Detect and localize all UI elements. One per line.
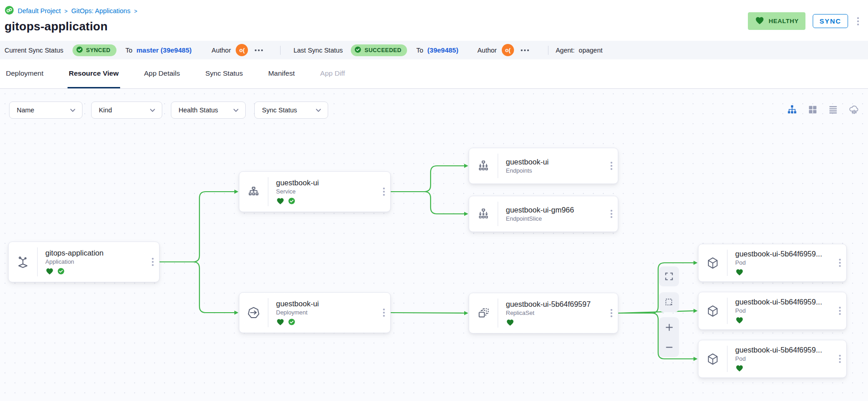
to-label: To xyxy=(416,47,423,54)
node-kind: EndpointSlice xyxy=(506,215,602,222)
to-label: To xyxy=(126,47,132,54)
check-circle-icon xyxy=(354,46,361,54)
grid-view-button[interactable] xyxy=(808,105,818,115)
last-sync-more-icon[interactable] xyxy=(521,49,529,51)
breadcrumb-applications-link[interactable]: GitOps: Applications xyxy=(71,7,131,14)
health-heart-icon xyxy=(735,316,744,324)
node-kind: Pod xyxy=(735,307,831,314)
health-heart-icon xyxy=(735,364,744,372)
sync-button[interactable]: SYNC xyxy=(813,14,848,28)
filter-sync-status[interactable]: Sync Status xyxy=(254,101,328,119)
node-more-icon[interactable] xyxy=(839,355,841,363)
resource-node-application[interactable]: gitops-application Application xyxy=(8,242,160,282)
chevron-down-icon xyxy=(70,108,76,112)
resource-node-endpointslice[interactable]: guestbook-ui-gm966 EndpointSlice xyxy=(469,196,618,232)
chevron-down-icon xyxy=(233,108,239,112)
filter-health-status[interactable]: Health Status xyxy=(171,101,246,119)
health-heart-icon xyxy=(735,268,744,276)
node-title: guestbook-ui-5b64f6959... xyxy=(735,250,831,258)
resource-node-pod[interactable]: guestbook-ui-5b64f6959... Pod xyxy=(698,244,847,282)
node-title: guestbook-ui-5b64f69597 xyxy=(506,300,602,309)
resource-node-pod[interactable]: guestbook-ui-5b64f6959... Pod xyxy=(698,292,847,330)
tab-manifest[interactable]: Manifest xyxy=(267,59,296,88)
divider xyxy=(548,46,548,55)
filter-name[interactable]: Name xyxy=(9,101,82,119)
current-sync-status-label: Current Sync Status xyxy=(5,47,63,54)
node-title: guestbook-ui-5b64f6959... xyxy=(735,346,831,354)
tab-deployment[interactable]: Deployment xyxy=(5,59,45,88)
cloud-view-icon xyxy=(849,104,860,115)
node-title: guestbook-ui xyxy=(506,158,602,166)
synced-badge-label: SYNCED xyxy=(86,47,111,53)
author-label: Author xyxy=(212,47,231,54)
node-more-icon[interactable] xyxy=(152,258,154,266)
sync-status-bar: Current Sync Status SYNCED To master (39… xyxy=(0,41,868,59)
pod-icon xyxy=(706,353,719,366)
node-more-icon[interactable] xyxy=(611,210,612,218)
chevron-down-icon xyxy=(315,108,321,112)
endpoints-icon xyxy=(477,159,490,173)
filter-kind[interactable]: Kind xyxy=(91,101,162,119)
page-header: Default Project > GitOps: Applications >… xyxy=(0,0,868,41)
resource-node-replicaset[interactable]: guestbook-ui-5b64f69597 ReplicaSet xyxy=(469,293,618,333)
tab-resource-view[interactable]: Resource View xyxy=(68,59,120,88)
node-more-icon[interactable] xyxy=(839,259,841,267)
fullscreen-button[interactable] xyxy=(659,266,679,286)
resource-node-deployment[interactable]: guestbook-ui Deployment xyxy=(239,292,391,333)
current-sync-more-icon[interactable] xyxy=(255,49,263,51)
succeeded-badge: SUCCEEDED xyxy=(351,44,407,56)
filter-label: Health Status xyxy=(179,106,218,114)
node-title: guestbook-ui xyxy=(276,300,375,308)
author-avatar[interactable]: o( xyxy=(236,44,248,56)
chevron-down-icon xyxy=(150,108,155,112)
node-more-icon[interactable] xyxy=(383,188,385,196)
filter-label: Name xyxy=(17,106,34,114)
tab-app-diff: App Diff xyxy=(319,59,346,88)
sync-check-icon xyxy=(288,197,296,205)
health-heart-icon xyxy=(45,267,54,275)
breadcrumb: Default Project > GitOps: Applications > xyxy=(5,5,862,16)
node-kind: Endpoints xyxy=(506,167,602,174)
tree-view-button[interactable] xyxy=(787,104,797,115)
tab-bar: DeploymentResource ViewApp DetailsSync S… xyxy=(0,59,868,89)
last-revision-link[interactable]: (39e9485) xyxy=(427,46,458,54)
list-view-button[interactable] xyxy=(828,105,838,115)
resource-node-endpoints[interactable]: guestbook-ui Endpoints xyxy=(469,148,618,184)
breadcrumb-project-link[interactable]: Default Project xyxy=(18,7,61,14)
zoom-control-group xyxy=(659,317,679,357)
last-sync-status-label: Last Sync Status xyxy=(293,47,343,54)
breadcrumb-separator: > xyxy=(134,8,137,14)
author-avatar[interactable]: o( xyxy=(502,44,514,56)
grid-view-icon xyxy=(808,105,818,115)
zoom-out-button[interactable] xyxy=(664,342,675,353)
current-revision-link[interactable]: master (39e9485) xyxy=(136,46,192,54)
gitops-logo-icon xyxy=(5,5,14,16)
node-more-icon[interactable] xyxy=(383,309,385,317)
resource-graph-canvas[interactable]: Name Kind Health Status Sync Status gito… xyxy=(0,89,868,401)
node-kind: Application xyxy=(45,258,144,265)
breadcrumb-separator: > xyxy=(64,8,68,14)
tab-sync-status[interactable]: Sync Status xyxy=(204,59,244,88)
tab-app-details[interactable]: App Details xyxy=(143,59,181,88)
resource-node-pod[interactable]: guestbook-ui-5b64f6959... Pod xyxy=(698,340,847,378)
sync-check-icon xyxy=(57,267,65,275)
node-kind: ReplicaSet xyxy=(506,309,602,316)
node-more-icon[interactable] xyxy=(611,309,612,317)
health-status-badge: HEALTHY xyxy=(748,12,805,30)
succeeded-badge-label: SUCCEEDED xyxy=(364,47,401,53)
filter-label: Kind xyxy=(99,106,112,114)
node-more-icon[interactable] xyxy=(611,162,612,170)
node-more-icon[interactable] xyxy=(839,307,841,315)
cloud-view-button[interactable] xyxy=(849,104,860,115)
pod-icon xyxy=(706,256,719,270)
zoom-in-button[interactable] xyxy=(664,322,675,333)
selection-mode-button[interactable] xyxy=(659,292,679,312)
header-more-icon[interactable] xyxy=(855,15,861,27)
filter-bar: Name Kind Health Status Sync Status xyxy=(9,101,328,119)
heart-icon xyxy=(755,15,765,27)
filter-label: Sync Status xyxy=(262,106,297,114)
node-kind: Pod xyxy=(735,259,831,266)
resource-node-service[interactable]: guestbook-ui Service xyxy=(239,171,391,212)
node-kind: Service xyxy=(276,188,375,195)
node-title: guestbook-ui-5b64f6959... xyxy=(735,298,831,306)
